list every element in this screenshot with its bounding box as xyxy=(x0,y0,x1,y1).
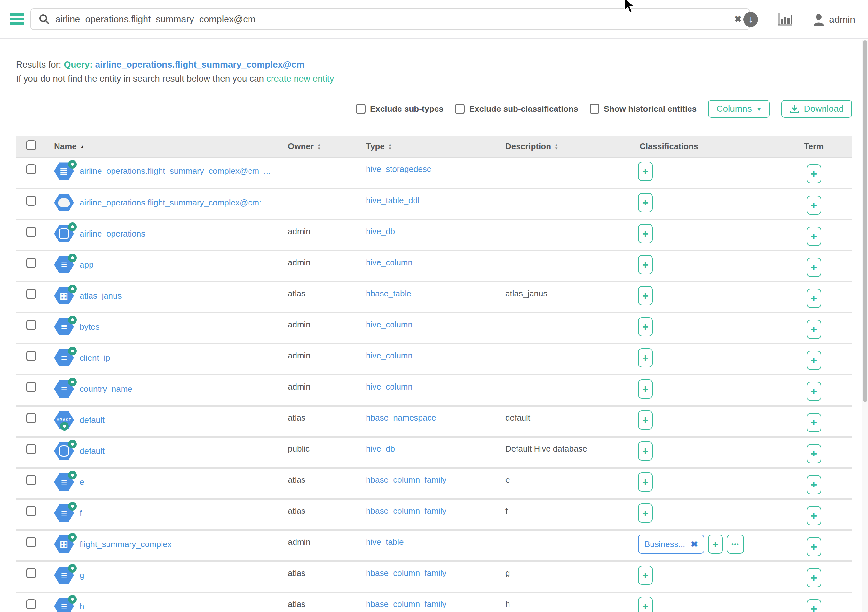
entity-name-link[interactable]: bytes xyxy=(80,322,99,332)
row-checkbox[interactable] xyxy=(26,537,36,547)
row-checkbox[interactable] xyxy=(26,599,36,609)
type-link[interactable]: hive_table_ddl xyxy=(366,196,420,205)
add-term-button[interactable]: + xyxy=(807,382,821,401)
entity-name-link[interactable]: f xyxy=(80,508,82,518)
row-checkbox[interactable] xyxy=(26,196,36,206)
entity-name-link[interactable]: default xyxy=(80,446,105,456)
add-classification-button[interactable]: + xyxy=(638,162,653,181)
row-checkbox[interactable] xyxy=(26,320,36,330)
add-term-button[interactable]: + xyxy=(807,289,821,308)
type-link[interactable]: hive_db xyxy=(366,227,395,236)
atlas-logo-download-icon[interactable]: ↓ xyxy=(743,12,758,27)
row-checkbox[interactable] xyxy=(26,506,36,516)
entity-name-link[interactable]: default xyxy=(80,415,105,425)
menu-hamburger-icon[interactable] xyxy=(9,11,24,27)
row-checkbox[interactable] xyxy=(26,475,36,485)
type-link[interactable]: hive_column xyxy=(366,258,412,267)
add-classification-button[interactable]: + xyxy=(638,348,653,367)
type-link[interactable]: hive_column xyxy=(366,382,412,391)
entity-name-link[interactable]: country_name xyxy=(80,384,132,394)
row-checkbox[interactable] xyxy=(26,568,36,578)
description-cell xyxy=(496,344,632,375)
row-checkbox[interactable] xyxy=(26,444,36,454)
add-classification-button[interactable]: + xyxy=(638,410,653,430)
select-all-checkbox[interactable] xyxy=(26,140,36,151)
entity-name-link[interactable]: airline_operations.flight_summary_comple… xyxy=(80,166,271,176)
type-link[interactable]: hive_table xyxy=(366,537,404,547)
classification-tag[interactable]: Business...✖ xyxy=(638,534,704,554)
statistics-chart-icon[interactable] xyxy=(778,13,792,26)
exclude-subtypes-checkbox[interactable] xyxy=(356,104,366,114)
add-classification-button[interactable]: + xyxy=(638,193,653,212)
add-classification-button[interactable]: + xyxy=(638,565,653,585)
add-term-button[interactable]: + xyxy=(807,351,821,370)
user-menu[interactable]: admin xyxy=(812,13,855,26)
type-link[interactable]: hbase_column_family xyxy=(366,506,446,516)
add-classification-button[interactable]: + xyxy=(638,255,653,274)
type-link[interactable]: hive_db xyxy=(366,444,395,454)
entity-name-link[interactable]: app xyxy=(80,260,93,270)
type-link[interactable]: hbase_table xyxy=(366,289,411,298)
row-checkbox[interactable] xyxy=(26,382,36,392)
add-classification-button[interactable]: + xyxy=(638,286,653,305)
row-checkbox[interactable] xyxy=(26,164,36,174)
column-header-description[interactable]: Description▲▼ xyxy=(505,141,558,151)
columns-button[interactable]: Columns▼ xyxy=(708,100,770,118)
add-term-button[interactable]: + xyxy=(807,320,821,339)
scrollbar-thumb[interactable] xyxy=(863,40,867,402)
entity-name-link[interactable]: e xyxy=(80,477,84,487)
add-classification-button[interactable]: + xyxy=(638,472,653,492)
row-checkbox[interactable] xyxy=(26,351,36,361)
create-new-entity-link[interactable]: create new entity xyxy=(267,74,334,84)
clear-search-icon[interactable]: ✖ xyxy=(734,15,742,24)
row-checkbox[interactable] xyxy=(26,289,36,299)
add-term-button[interactable]: + xyxy=(807,227,821,246)
column-header-type[interactable]: Type▲▼ xyxy=(366,141,392,151)
type-link[interactable]: hbase_column_family xyxy=(366,599,446,609)
type-link[interactable]: hive_column xyxy=(366,320,412,329)
add-term-button[interactable]: + xyxy=(807,475,821,494)
add-term-button[interactable]: + xyxy=(807,506,821,525)
entity-name-link[interactable]: client_ip xyxy=(80,353,110,363)
table-row: ≡ f atlas hbase_column_family f + + xyxy=(16,499,852,530)
add-classification-button[interactable]: + xyxy=(638,224,653,243)
add-term-button[interactable]: + xyxy=(807,196,821,215)
add-term-button[interactable]: + xyxy=(807,568,821,587)
entity-name-link[interactable]: atlas_janus xyxy=(80,291,122,301)
row-checkbox[interactable] xyxy=(26,413,36,423)
entity-name-link[interactable]: airline_operations xyxy=(80,229,145,239)
type-link[interactable]: hbase_namespace xyxy=(366,413,436,422)
add-term-button[interactable]: + xyxy=(807,599,821,612)
remove-classification-icon[interactable]: ✖ xyxy=(691,539,698,549)
entity-name-link[interactable]: airline_operations.flight_summary_comple… xyxy=(80,198,268,208)
vertical-scrollbar[interactable] xyxy=(862,40,868,612)
add-classification-button[interactable]: + xyxy=(638,596,653,612)
add-classification-button[interactable]: + xyxy=(638,503,653,523)
show-historical-checkbox[interactable] xyxy=(590,104,599,114)
row-checkbox[interactable] xyxy=(26,258,36,268)
row-checkbox[interactable] xyxy=(26,227,36,237)
type-link[interactable]: hive_column xyxy=(366,351,412,360)
add-term-button[interactable]: + xyxy=(807,413,821,432)
add-classification-button[interactable]: + xyxy=(638,379,653,399)
type-link[interactable]: hive_storagedesc xyxy=(366,164,431,174)
column-header-name[interactable]: Name▲ xyxy=(54,141,85,151)
exclude-subclassifications-checkbox[interactable] xyxy=(455,104,465,114)
entity-name-link[interactable]: g xyxy=(80,570,84,580)
add-classification-button[interactable]: + xyxy=(708,534,723,554)
type-link[interactable]: hbase_column_family xyxy=(366,475,446,485)
add-term-button[interactable]: + xyxy=(807,164,821,183)
entity-name-link[interactable]: flight_summary_complex xyxy=(80,539,172,549)
add-classification-button[interactable]: + xyxy=(638,317,653,336)
add-term-button[interactable]: + xyxy=(807,537,821,556)
entity-name-link[interactable]: h xyxy=(80,601,84,611)
global-search-bar[interactable]: ✖ xyxy=(30,8,750,30)
search-input[interactable] xyxy=(55,14,734,25)
add-term-button[interactable]: + xyxy=(807,258,821,277)
add-classification-button[interactable]: + xyxy=(638,441,653,461)
column-header-owner[interactable]: Owner▲▼ xyxy=(288,141,321,151)
add-term-button[interactable]: + xyxy=(807,444,821,463)
download-button[interactable]: Download xyxy=(781,100,852,118)
more-classifications-button[interactable]: ••• xyxy=(727,534,744,554)
type-link[interactable]: hbase_column_family xyxy=(366,568,446,578)
